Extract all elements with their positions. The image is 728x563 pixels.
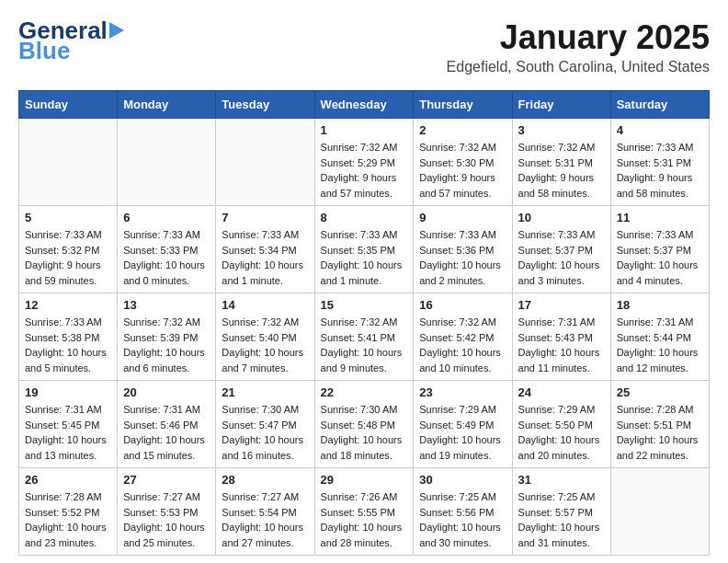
sunset-text: Sunset: 5:32 PM [25, 245, 99, 256]
daylight-text: Daylight: 10 hours and 7 minutes. [222, 347, 303, 373]
cell-info: Sunrise: 7:33 AMSunset: 5:33 PMDaylight:… [123, 227, 210, 288]
daylight-text: Daylight: 10 hours and 22 minutes. [617, 434, 699, 461]
sunset-text: Sunset: 5:34 PM [222, 245, 296, 256]
sunset-text: Sunset: 5:42 PM [419, 332, 494, 343]
sunset-text: Sunset: 5:55 PM [321, 507, 395, 518]
daylight-text: Daylight: 10 hours and 28 minutes. [321, 522, 403, 548]
cell-info: Sunrise: 7:32 AMSunset: 5:39 PMDaylight:… [123, 315, 210, 375]
daylight-text: Daylight: 10 hours and 23 minutes. [25, 522, 107, 548]
day-number: 19 [25, 385, 111, 399]
title-block: January 2025 Edgefield, South Carolina, … [447, 18, 710, 75]
sunrise-text: Sunrise: 7:33 AM [419, 229, 496, 240]
day-number: 27 [123, 473, 210, 487]
daylight-text: Daylight: 10 hours and 6 minutes. [123, 347, 205, 373]
sunset-text: Sunset: 5:44 PM [617, 332, 691, 343]
cell-info: Sunrise: 7:33 AMSunset: 5:35 PMDaylight:… [321, 227, 408, 288]
day-number: 21 [222, 385, 308, 399]
sunset-text: Sunset: 5:54 PM [222, 507, 296, 518]
sunrise-text: Sunrise: 7:31 AM [518, 316, 596, 327]
month-title: January 2025 [447, 18, 710, 57]
day-number: 18 [617, 298, 703, 312]
day-number: 2 [419, 123, 506, 137]
cell-info: Sunrise: 7:32 AMSunset: 5:40 PMDaylight:… [222, 315, 308, 375]
sunset-text: Sunset: 5:51 PM [617, 419, 691, 431]
cell-info: Sunrise: 7:25 AMSunset: 5:56 PMDaylight:… [419, 489, 506, 550]
calendar-cell: 21Sunrise: 7:30 AMSunset: 5:47 PMDayligh… [216, 381, 314, 468]
cell-info: Sunrise: 7:32 AMSunset: 5:42 PMDaylight:… [419, 315, 506, 375]
cell-info: Sunrise: 7:30 AMSunset: 5:47 PMDaylight:… [222, 402, 308, 463]
sunrise-text: Sunrise: 7:31 AM [617, 316, 694, 327]
cell-info: Sunrise: 7:28 AMSunset: 5:52 PMDaylight:… [25, 489, 111, 550]
daylight-text: Daylight: 9 hours and 59 minutes. [25, 259, 101, 286]
calendar-cell: 4Sunrise: 7:33 AMSunset: 5:31 PMDaylight… [610, 119, 709, 206]
day-number: 22 [321, 385, 408, 399]
calendar-cell: 7Sunrise: 7:33 AMSunset: 5:34 PMDaylight… [216, 206, 314, 293]
sunset-text: Sunset: 5:53 PM [123, 507, 198, 518]
calendar-cell: 22Sunrise: 7:30 AMSunset: 5:48 PMDayligh… [314, 381, 414, 468]
daylight-text: Daylight: 9 hours and 57 minutes. [321, 172, 397, 199]
calendar-cell: 18Sunrise: 7:31 AMSunset: 5:44 PMDayligh… [610, 293, 709, 381]
sunrise-text: Sunrise: 7:28 AM [617, 404, 694, 415]
sunrise-text: Sunrise: 7:29 AM [518, 404, 596, 415]
cell-info: Sunrise: 7:31 AMSunset: 5:43 PMDaylight:… [518, 315, 605, 375]
calendar-cell: 30Sunrise: 7:25 AMSunset: 5:56 PMDayligh… [414, 468, 512, 556]
cell-info: Sunrise: 7:33 AMSunset: 5:36 PMDaylight:… [419, 227, 506, 288]
calendar-cell: 5Sunrise: 7:33 AMSunset: 5:32 PMDaylight… [19, 206, 118, 293]
page-header: General Blue January 2025 Edgefield, Sou… [18, 18, 710, 75]
sunrise-text: Sunrise: 7:30 AM [222, 404, 299, 415]
sunset-text: Sunset: 5:47 PM [222, 419, 296, 431]
cell-info: Sunrise: 7:32 AMSunset: 5:29 PMDaylight:… [321, 140, 408, 201]
location-text: Edgefield, South Carolina, United States [447, 59, 710, 75]
daylight-text: Daylight: 9 hours and 58 minutes. [518, 172, 595, 199]
calendar-cell: 3Sunrise: 7:32 AMSunset: 5:31 PMDaylight… [512, 119, 610, 206]
sunrise-text: Sunrise: 7:33 AM [123, 229, 200, 240]
sunset-text: Sunset: 5:40 PM [222, 332, 296, 343]
cell-info: Sunrise: 7:33 AMSunset: 5:37 PMDaylight:… [617, 227, 703, 288]
sunrise-text: Sunrise: 7:29 AM [419, 404, 496, 415]
calendar-cell: 13Sunrise: 7:32 AMSunset: 5:39 PMDayligh… [118, 293, 216, 381]
sunset-text: Sunset: 5:38 PM [25, 332, 99, 343]
day-number: 14 [222, 298, 308, 312]
sunrise-text: Sunrise: 7:33 AM [222, 229, 299, 240]
calendar-cell: 15Sunrise: 7:32 AMSunset: 5:41 PMDayligh… [314, 293, 414, 381]
calendar-cell: 24Sunrise: 7:29 AMSunset: 5:50 PMDayligh… [512, 381, 610, 468]
calendar-cell: 28Sunrise: 7:27 AMSunset: 5:54 PMDayligh… [216, 468, 314, 556]
sunrise-text: Sunrise: 7:27 AM [222, 491, 299, 502]
day-number: 13 [123, 298, 210, 312]
cell-info: Sunrise: 7:26 AMSunset: 5:55 PMDaylight:… [321, 489, 408, 550]
day-number: 25 [617, 385, 703, 399]
day-number: 3 [518, 123, 605, 137]
daylight-text: Daylight: 10 hours and 18 minutes. [321, 434, 403, 461]
daylight-text: Daylight: 10 hours and 5 minutes. [25, 347, 107, 373]
calendar-cell: 6Sunrise: 7:33 AMSunset: 5:33 PMDaylight… [118, 206, 216, 293]
daylight-text: Daylight: 9 hours and 57 minutes. [419, 172, 495, 199]
sunrise-text: Sunrise: 7:32 AM [419, 316, 496, 327]
sunset-text: Sunset: 5:35 PM [321, 245, 395, 256]
daylight-text: Daylight: 10 hours and 10 minutes. [419, 347, 501, 373]
calendar-cell: 26Sunrise: 7:28 AMSunset: 5:52 PMDayligh… [19, 468, 118, 556]
day-number: 4 [617, 123, 703, 137]
daylight-text: Daylight: 10 hours and 19 minutes. [419, 434, 501, 461]
cell-info: Sunrise: 7:31 AMSunset: 5:45 PMDaylight:… [25, 402, 111, 463]
daylight-text: Daylight: 10 hours and 31 minutes. [518, 522, 600, 548]
day-number: 15 [321, 298, 408, 312]
calendar-table: SundayMondayTuesdayWednesdayThursdayFrid… [18, 90, 710, 556]
calendar-cell: 29Sunrise: 7:26 AMSunset: 5:55 PMDayligh… [314, 468, 414, 556]
day-number: 20 [123, 385, 210, 399]
cell-info: Sunrise: 7:28 AMSunset: 5:51 PMDaylight:… [617, 402, 703, 463]
cell-info: Sunrise: 7:31 AMSunset: 5:44 PMDaylight:… [617, 315, 703, 375]
sunrise-text: Sunrise: 7:33 AM [617, 229, 694, 240]
cell-info: Sunrise: 7:33 AMSunset: 5:32 PMDaylight:… [25, 227, 111, 288]
calendar-cell [216, 119, 314, 206]
sunrise-text: Sunrise: 7:25 AM [419, 491, 496, 502]
sunrise-text: Sunrise: 7:30 AM [321, 404, 398, 415]
daylight-text: Daylight: 10 hours and 2 minutes. [419, 259, 501, 286]
weekday-header-thursday: Thursday [414, 91, 512, 119]
day-number: 8 [321, 211, 408, 224]
day-number: 10 [518, 211, 605, 224]
daylight-text: Daylight: 10 hours and 12 minutes. [617, 347, 699, 373]
calendar-cell: 25Sunrise: 7:28 AMSunset: 5:51 PMDayligh… [610, 381, 709, 468]
day-number: 6 [123, 211, 210, 224]
sunrise-text: Sunrise: 7:32 AM [419, 142, 496, 153]
calendar-cell: 19Sunrise: 7:31 AMSunset: 5:45 PMDayligh… [19, 381, 118, 468]
